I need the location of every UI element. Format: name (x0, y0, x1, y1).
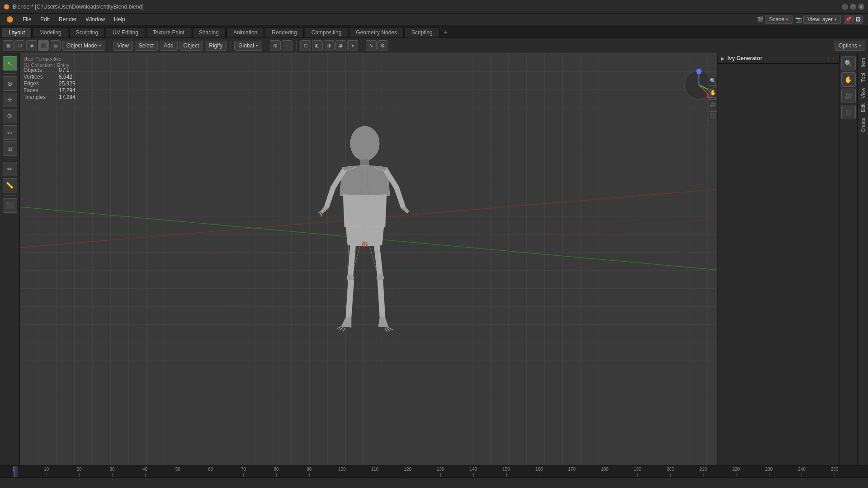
right-tool-view[interactable]: ⬛ (841, 105, 856, 119)
transform-icons: ⊕ ↔ (270, 40, 292, 51)
tool-add-box[interactable]: ⬛ (3, 198, 17, 213)
object-mode-label: Object Mode (66, 42, 97, 49)
extra-icon-1[interactable]: ∿ (366, 40, 377, 51)
minimize-button[interactable]: – (842, 4, 848, 10)
vp-view-icon[interactable]: ⬛ (708, 111, 718, 121)
object-label: Object (184, 42, 199, 49)
right-tool-search[interactable]: 🔍 (841, 56, 856, 70)
maximize-button[interactable]: □ (850, 4, 856, 10)
tab-modeling[interactable]: Modeling (33, 27, 68, 38)
view-button[interactable]: View (113, 41, 133, 51)
select-button[interactable]: Select (135, 41, 158, 51)
add-label: Add (164, 42, 173, 49)
rigify-button[interactable]: Rigify (205, 41, 226, 51)
tool-transform[interactable]: ⊞ (3, 141, 17, 156)
ruler-label: 160 (535, 467, 543, 472)
sidebar-tab-edit[interactable]: Edit (859, 101, 867, 115)
shading-icon-2[interactable]: ◑ (324, 40, 335, 51)
transform-icon-2[interactable]: ↔ (282, 40, 292, 51)
tab-animation[interactable]: Animation (226, 27, 264, 38)
ruler-tick (637, 473, 638, 477)
menu-render[interactable]: Render (54, 15, 81, 23)
tool-scale[interactable]: ⇔ (3, 125, 17, 140)
right-tool-pan[interactable]: ✋ (841, 72, 856, 87)
workspace-tabs: Layout Modeling Sculpting UV Editing Tex… (0, 25, 868, 38)
ruler-tick (79, 473, 80, 477)
shading-icon-1[interactable]: ◧ (312, 40, 323, 51)
tab-shading[interactable]: Shading (192, 27, 226, 38)
tab-sculpting[interactable]: Sculpting (69, 27, 105, 38)
panel-options-icon[interactable]: ⋮⋮ (826, 56, 835, 61)
pin-button[interactable]: 📌 (844, 15, 853, 24)
tab-compositing[interactable]: Compositing (305, 27, 349, 38)
viewport-icon-3[interactable]: ◉ (26, 40, 37, 51)
save-render-button[interactable]: 🖼 (854, 15, 863, 24)
tool-measure[interactable]: 📏 (3, 178, 17, 192)
close-button[interactable]: ✕ (858, 4, 864, 10)
vp-zoom-icon[interactable]: 🔍 (708, 76, 718, 86)
ruler-label: 20 (77, 467, 82, 472)
add-workspace-button[interactable]: + (440, 27, 451, 38)
shading-icon-4[interactable]: ● (347, 40, 358, 51)
scene-selector[interactable]: Scene ▾ (765, 15, 793, 24)
ruler-ticks: 1102030405060708090100110120130140150160… (0, 466, 868, 477)
ruler-tick (440, 473, 441, 477)
viewport[interactable]: User Perspective (1) Collection | Entity… (20, 53, 722, 465)
ruler-label: 250 (831, 467, 839, 472)
tool-move[interactable]: ✛ (3, 93, 17, 107)
tab-uv-editing[interactable]: UV Editing (106, 27, 145, 38)
tab-layout[interactable]: Layout (2, 27, 32, 38)
menubar: ⬢ File Edit Render Window Help 🎬 Scene ▾… (0, 14, 868, 25)
viewport-icon-4[interactable]: ⬛ (38, 40, 49, 51)
overlay-icon[interactable]: ◻ (300, 40, 311, 51)
vp-camera-icon[interactable]: 🎥 (708, 99, 718, 109)
svg-point-21 (347, 274, 354, 281)
sidebar-tab-create[interactable]: Create (859, 115, 867, 135)
ruler-tick (802, 473, 802, 477)
viewport-icon-2[interactable]: ⬡ (14, 40, 25, 51)
vp-pan-icon[interactable]: ✋ (708, 88, 718, 98)
ruler-tick (835, 473, 835, 477)
ivy-panel-header[interactable]: ▶ Ivy Generator ⋮⋮ (717, 53, 839, 64)
svg-line-28 (385, 328, 387, 332)
viewlayer-name: ViewLayer (807, 16, 833, 23)
menu-help[interactable]: Help (109, 15, 130, 23)
object-mode-button[interactable]: Object Mode ▾ (62, 41, 105, 51)
tab-rendering[interactable]: Rendering (265, 27, 303, 38)
tab-scripting[interactable]: Scripting (405, 27, 439, 38)
extra-icon-2[interactable]: ⚙ (377, 40, 388, 51)
menu-file[interactable]: File (18, 15, 36, 23)
toolbar-divider-3 (266, 41, 266, 50)
ruler-label: 40 (142, 467, 147, 472)
sidebar-tab-tool[interactable]: Tool (859, 70, 867, 84)
tool-select[interactable]: ↖ (3, 56, 17, 70)
tab-texture-paint[interactable]: Texture Paint (146, 27, 191, 38)
blender-icon[interactable]: ⬢ (6, 14, 14, 24)
global-button[interactable]: Global ▾ (234, 41, 262, 51)
viewport-icon-1[interactable]: ▦ (3, 40, 14, 51)
shading-icon-3[interactable]: ◕ (335, 40, 346, 51)
tool-sep-1 (4, 73, 16, 74)
tool-cursor[interactable]: ⊕ (3, 76, 17, 91)
sidebar-tab-item[interactable]: Item (859, 55, 867, 70)
collection-label: (1) Collection | Entity (24, 62, 69, 68)
transform-icon-1[interactable]: ⊕ (270, 40, 281, 51)
menu-window[interactable]: Window (81, 15, 109, 23)
viewport-icon-bar: 🔍 ✋ 🎥 ⬛ (708, 76, 718, 121)
ruler-label: 100 (338, 467, 346, 472)
options-button[interactable]: Options ▾ (835, 41, 865, 51)
timeline-ruler[interactable]: 1102030405060708090100110120130140150160… (0, 466, 868, 477)
sidebar-tab-view[interactable]: View (859, 85, 867, 101)
object-button[interactable]: Object (179, 41, 203, 51)
viewport-icon-5[interactable]: ▤ (50, 40, 61, 51)
add-button[interactable]: Add (160, 41, 177, 51)
menu-edit[interactable]: Edit (36, 15, 54, 23)
ruler-label: 50 (175, 467, 180, 472)
select-label: Select (139, 42, 154, 49)
right-tool-camera[interactable]: 🎥 (841, 89, 856, 103)
window-controls[interactable]: – □ ✕ (842, 4, 864, 10)
tool-rotate[interactable]: ⟳ (3, 109, 17, 123)
tool-annotate[interactable]: ✏ (3, 162, 17, 176)
tab-geometry-nodes[interactable]: Geometry Nodes (349, 27, 404, 38)
viewlayer-selector[interactable]: ViewLayer ▾ (803, 15, 841, 24)
